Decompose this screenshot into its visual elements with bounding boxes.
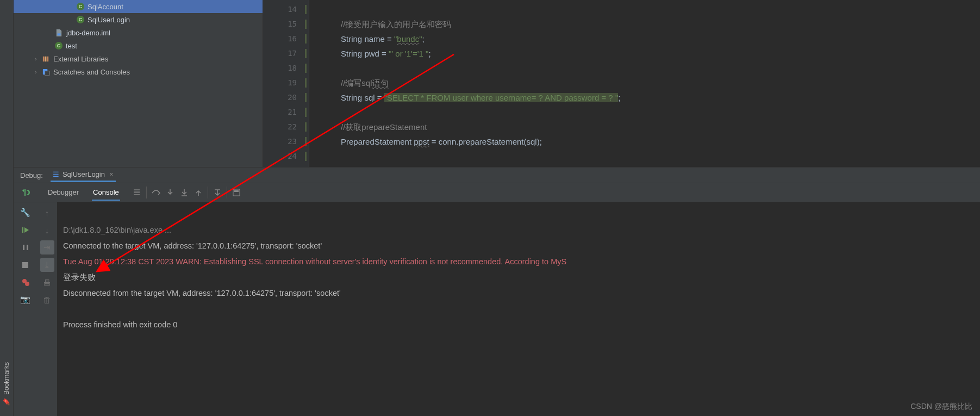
svg-rect-5 — [45, 71, 49, 75]
console-view-tab[interactable]: Console — [92, 185, 120, 201]
line-number[interactable]: 14 — [263, 2, 309, 17]
class-icon: C — [77, 3, 84, 10]
line-number[interactable]: 15 — [263, 17, 309, 32]
line-number[interactable]: 18 — [263, 61, 309, 76]
scroll-to-end-icon[interactable]: ⤓ — [40, 258, 54, 272]
svg-rect-1 — [43, 56, 45, 61]
line-number[interactable]: 16 — [263, 32, 309, 46]
line-number[interactable]: 24 — [263, 149, 309, 164]
scratches-label: Scratches and Consoles — [53, 68, 130, 76]
tree-item-label: jdbc-demo.iml — [66, 29, 110, 37]
tree-item-label: test — [66, 42, 77, 50]
debug-body: 🔧 📷 ↑ ↓ ⇥ ⤓ 🖶 🗑 D:\jdk1.8.0_162\bin\java… — [14, 202, 980, 416]
main-wrap: CSqlAccountCSqlUserLoginjdbc-demo.imlCte… — [14, 0, 980, 416]
console-output[interactable]: D:\jdk1.8.0_162\bin\java.exe ... Connect… — [58, 202, 980, 416]
libraries-icon — [42, 55, 50, 63]
console-line: Disconnected from the target VM, address… — [63, 289, 341, 297]
code-line[interactable] — [309, 61, 980, 76]
console-line: Process finished with exit code 0 — [63, 320, 177, 329]
scroll-down-icon[interactable]: ↓ — [40, 223, 54, 237]
code-line[interactable]: //获取prepareStatement — [309, 120, 980, 134]
code-line[interactable]: //编写sql语句 — [309, 76, 980, 90]
console-line: Connected to the target VM, address: '12… — [63, 241, 322, 250]
rerun-button[interactable] — [18, 185, 33, 200]
bookmarks-label: Bookmarks — [3, 362, 10, 395]
code-line[interactable]: String name = "bundc"; — [309, 32, 980, 46]
scratches-row[interactable]: › Scratches and Consoles — [14, 65, 263, 78]
code-line[interactable] — [309, 149, 980, 164]
svg-rect-10 — [23, 245, 24, 250]
debug-header: Debug: ☰ SqlUserLogin × — [14, 167, 980, 183]
svg-point-14 — [25, 282, 29, 286]
class-icon: C — [55, 42, 63, 49]
line-number[interactable]: 22 — [263, 120, 309, 134]
step-out-icon[interactable] — [191, 185, 205, 200]
debug-label: Debug: — [20, 171, 43, 179]
tree-item[interactable]: CSqlAccount — [14, 0, 263, 13]
code-line[interactable] — [309, 105, 980, 120]
debug-left-rail: 🔧 📷 — [14, 202, 37, 416]
stop-button[interactable] — [18, 258, 33, 272]
code-line[interactable]: //接受用户输入的用户名和密码 — [309, 17, 980, 32]
svg-rect-12 — [22, 262, 28, 268]
line-number[interactable]: 20 — [263, 90, 309, 105]
evaluate-icon[interactable] — [229, 185, 244, 200]
svg-rect-8 — [234, 190, 239, 192]
line-number[interactable]: 21 — [263, 105, 309, 120]
close-icon[interactable]: × — [109, 170, 114, 178]
console-rail: ↑ ↓ ⇥ ⤓ 🖶 🗑 — [37, 202, 58, 416]
console-line: D:\jdk1.8.0_162\bin\java.exe ... — [63, 226, 171, 234]
view-breakpoints-button[interactable] — [18, 275, 33, 289]
tree-item-label: SqlAccount — [88, 3, 123, 11]
soft-wrap-icon[interactable]: ⇥ — [40, 240, 54, 254]
pause-button[interactable] — [18, 240, 33, 254]
watermark: CSDN @恶熊比比 — [910, 402, 972, 412]
code-line[interactable]: String pwd = "' or '1'='1 "; — [309, 46, 980, 61]
module-file-icon — [55, 29, 63, 37]
filter-icon[interactable]: ☰ — [130, 185, 144, 200]
svg-rect-7 — [233, 189, 240, 196]
svg-rect-9 — [22, 227, 23, 233]
debugger-view-tab[interactable]: Debugger — [47, 185, 80, 201]
tree-item[interactable]: Ctest — [14, 39, 263, 52]
line-number[interactable]: 19 — [263, 76, 309, 90]
clear-icon[interactable]: 🗑 — [40, 293, 54, 307]
run-config-icon: ☰ — [53, 170, 59, 178]
external-libraries-row[interactable]: › External Libraries — [14, 52, 263, 65]
upper-split: CSqlAccountCSqlUserLoginjdbc-demo.imlCte… — [14, 0, 980, 167]
svg-rect-11 — [27, 245, 28, 250]
tree-item[interactable]: CSqlUserLogin — [14, 13, 263, 26]
bookmarks-tab[interactable]: 🔖 Bookmarks — [2, 358, 11, 411]
settings-icon[interactable]: 🔧 — [18, 206, 33, 220]
code-line[interactable]: String sql = "SELECT * FROM user where u… — [309, 90, 980, 105]
step-into-icon[interactable] — [163, 185, 177, 200]
bookmark-icon: 🔖 — [3, 398, 10, 406]
svg-rect-2 — [45, 56, 47, 61]
debug-tab-label: SqlUserLogin — [63, 170, 105, 178]
svg-rect-3 — [47, 56, 48, 61]
code-editor[interactable]: //接受用户输入的用户名和密码 String name = "bundc"; S… — [309, 0, 980, 167]
svg-rect-0 — [58, 33, 61, 35]
chevron-right-icon[interactable]: › — [33, 56, 39, 62]
chevron-right-icon[interactable]: › — [33, 69, 39, 75]
project-tree[interactable]: CSqlAccountCSqlUserLoginjdbc-demo.imlCte… — [14, 0, 263, 167]
scroll-up-icon[interactable]: ↑ — [40, 206, 54, 220]
editor-gutter[interactable]: 1415161718192021222324 — [263, 0, 309, 167]
line-number[interactable]: 23 — [263, 134, 309, 149]
debug-run-tab[interactable]: ☰ SqlUserLogin × — [51, 168, 116, 182]
console-line-warn: Tue Aug 01 20:12:38 CST 2023 WARN: Estab… — [63, 257, 566, 266]
resume-button[interactable] — [18, 223, 33, 237]
line-number[interactable]: 17 — [263, 46, 309, 61]
external-libraries-label: External Libraries — [53, 55, 108, 63]
debug-toolbar: Debugger Console ☰ — [14, 183, 980, 202]
code-line[interactable]: PreparedStatement ppst = conn.prepareSta… — [309, 134, 980, 149]
tree-item[interactable]: jdbc-demo.iml — [14, 26, 263, 39]
print-icon[interactable]: 🖶 — [40, 275, 54, 289]
code-line[interactable] — [309, 2, 980, 17]
force-step-into-icon[interactable] — [177, 185, 191, 200]
run-to-cursor-icon[interactable] — [210, 185, 224, 200]
scratches-icon — [42, 68, 50, 76]
step-over-icon[interactable] — [149, 185, 163, 200]
camera-icon[interactable]: 📷 — [18, 293, 33, 307]
tree-item-label: SqlUserLogin — [88, 16, 130, 24]
